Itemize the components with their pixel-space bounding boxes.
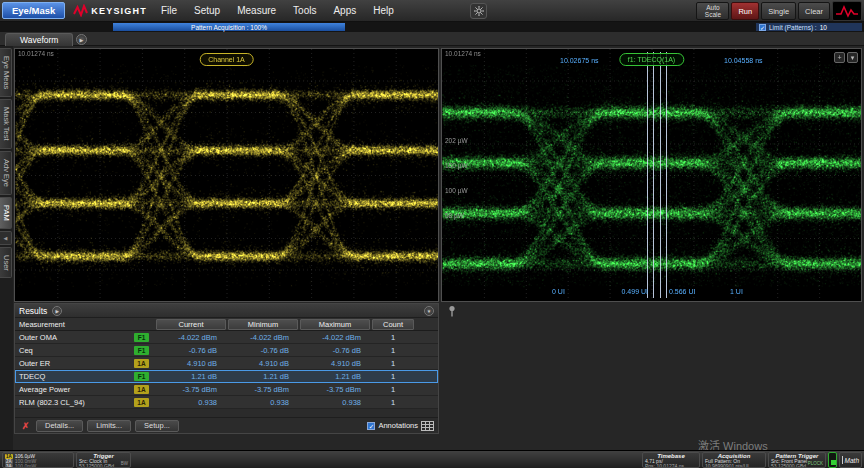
- results-play-button[interactable]: ▶: [52, 306, 62, 316]
- source-badge: 1A: [134, 385, 149, 394]
- level-label-1: 150 µW: [445, 162, 468, 169]
- menu-apps[interactable]: Apps: [333, 5, 356, 16]
- details-button[interactable]: Details...: [36, 420, 83, 432]
- limit-value[interactable]: 10: [820, 24, 827, 31]
- left-pos-readout: 10.01274 ns: [18, 50, 54, 57]
- left-sidebar: Eye Meas Mask Test Adv Eye PAM ◀ User: [0, 46, 13, 450]
- right-eye-panel: 10.01274 ns 10.02675 ns f1: TDECQ(1A) 10…: [441, 48, 862, 302]
- source-badge: F1: [134, 346, 149, 355]
- ui-label-0: 0 UI: [552, 288, 565, 295]
- timebase-status-panel[interactable]: Timebase 4.71 ps/ Pos: 10.01274 ns: [642, 452, 700, 468]
- table-row-outer-er[interactable]: Outer ER 1A 4.910 dB 4.910 dB 4.910 dB 1: [15, 357, 438, 370]
- limit-label: Limit (Patterns) :: [769, 24, 817, 31]
- level-label-3: 58 µW: [445, 212, 464, 219]
- grid-view-icon[interactable]: [421, 421, 434, 431]
- sidebar-item-user[interactable]: User: [0, 247, 12, 279]
- annotations-checkbox[interactable]: ✓: [367, 422, 375, 430]
- marker-tool-icon[interactable]: +: [834, 52, 845, 63]
- delete-measurement-button[interactable]: ✗: [19, 421, 32, 431]
- ui-label-3: 1 UI: [730, 288, 743, 295]
- mode-button[interactable]: Eye/Mask: [2, 2, 65, 19]
- trigger-armed-led: [828, 452, 837, 468]
- run-button[interactable]: Run: [731, 2, 759, 20]
- keysight-logo: KEYSIGHT: [73, 4, 147, 17]
- channel-status-panel[interactable]: 1A 106.0µW 2A 100.0mW 3A 100.0mW: [2, 452, 74, 468]
- level-label-0: 202 µW: [445, 137, 468, 144]
- limits-button[interactable]: Limits...: [87, 420, 131, 432]
- settings-gear-button[interactable]: [470, 3, 487, 19]
- pattern-trigger-status-panel[interactable]: Pattern Trigger Src: Front Panel 53.1250…: [768, 452, 826, 468]
- status-bar: 1A 106.0µW 2A 100.0mW 3A 100.0mW Trigger…: [0, 450, 864, 468]
- brand-name: KEYSIGHT: [91, 6, 147, 16]
- tdecq-function-label[interactable]: f1: TDECQ(1A): [619, 53, 684, 66]
- pin-icon[interactable]: [447, 305, 457, 317]
- source-badge: 1A: [134, 398, 149, 407]
- col-maximum: Maximum: [300, 319, 370, 330]
- channel-1a-label[interactable]: Channel 1A: [199, 53, 254, 66]
- menu-help[interactable]: Help: [373, 5, 394, 16]
- left-eye-canvas[interactable]: [15, 49, 438, 301]
- sidebar-item-pam[interactable]: PAM: [0, 197, 12, 229]
- results-header: Results ▶ ▼: [15, 304, 438, 318]
- channel-row-3[interactable]: 3A 100.0mW: [5, 464, 71, 468]
- right-pos-readout: 10.01274 ns: [445, 50, 481, 57]
- graph-tools: + ▾: [834, 52, 858, 63]
- level-label-2: 100 µW: [445, 187, 468, 194]
- pattern-acquisition-progressbar: Pattern Acquisition : 100%: [113, 23, 345, 31]
- menu-measure[interactable]: Measure: [237, 5, 276, 16]
- waveform-play-button[interactable]: ▶: [76, 34, 87, 45]
- sidebar-item-mask-test[interactable]: Mask Test: [0, 99, 12, 149]
- annotations-control[interactable]: ✓ Annotations: [367, 421, 434, 431]
- col-minimum: Minimum: [228, 319, 298, 330]
- autoscale-button[interactable]: Auto Scale: [696, 2, 729, 20]
- results-collapse-button[interactable]: ▼: [424, 306, 434, 316]
- results-toolbar: ✗ Details... Limits... Setup... ✓ Annota…: [15, 417, 438, 433]
- acquisition-row: Pattern Acquisition : 100% ✓ Limit (Patt…: [0, 22, 864, 32]
- source-badge: F1: [134, 372, 149, 381]
- chevron-down-icon[interactable]: ▾: [847, 52, 858, 63]
- results-table-header: Measurement Current Minimum Maximum Coun…: [15, 318, 438, 331]
- scope-signal-icon[interactable]: [832, 1, 862, 21]
- waveform-tab-row: Waveform ▶: [0, 32, 864, 46]
- results-panel: Results ▶ ▼ Measurement Current Minimum …: [14, 303, 439, 434]
- menu-file[interactable]: File: [161, 5, 177, 16]
- annotations-label: Annotations: [378, 421, 418, 430]
- menu-setup[interactable]: Setup: [194, 5, 220, 16]
- tab-waveform[interactable]: Waveform: [5, 33, 73, 46]
- limit-checkbox[interactable]: ✓: [759, 24, 766, 31]
- menu-bar: Eye/Mask KEYSIGHT File Setup Measure Too…: [0, 0, 864, 22]
- menu-tools[interactable]: Tools: [293, 5, 316, 16]
- col-current: Current: [156, 319, 226, 330]
- limit-patterns-panel[interactable]: ✓ Limit (Patterns) : 10: [756, 23, 862, 31]
- cursor-time-left: 10.02675 ns: [560, 57, 599, 64]
- flexdca-app: Eye/Mask KEYSIGHT File Setup Measure Too…: [0, 0, 864, 468]
- sidebar-item-eye-meas[interactable]: Eye Meas: [0, 48, 12, 97]
- col-count: Count: [372, 319, 414, 330]
- single-button[interactable]: Single: [761, 2, 796, 20]
- menu-items: File Setup Measure Tools Apps Help: [161, 5, 394, 16]
- right-eye-canvas[interactable]: [442, 49, 861, 301]
- sidebar-collapse-button[interactable]: ◀: [0, 231, 12, 245]
- source-badge: 1A: [134, 359, 149, 368]
- ui-label-1: 0.499 UI: [612, 288, 648, 295]
- table-row-average-power[interactable]: Average Power 1A -3.75 dBm -3.75 dBm -3.…: [15, 383, 438, 396]
- setup-button[interactable]: Setup...: [135, 420, 179, 432]
- left-eye-panel: 10.01274 ns Channel 1A: [14, 48, 439, 302]
- channel-badge: 3A: [5, 464, 13, 468]
- sidebar-item-adv-eye[interactable]: Adv Eye: [0, 151, 12, 195]
- cursor-time-right: 10.04558 ns: [724, 57, 763, 64]
- ui-label-2: 0.566 UI: [669, 288, 695, 295]
- math-button[interactable]: Math: [839, 452, 862, 468]
- acquisition-status-panel[interactable]: Acquisition Full Pattern: On 10.98990901…: [702, 452, 766, 468]
- source-badge: F1: [134, 333, 149, 342]
- gear-icon: [474, 6, 484, 16]
- table-row-ceq[interactable]: Ceq F1 -0.76 dB -0.76 dB -0.76 dB 1: [15, 344, 438, 357]
- trigger-status-panel[interactable]: Trigger Src: Clock In 53.125000 GBd BW: [76, 452, 131, 468]
- led-dot: [831, 460, 836, 465]
- table-row-rlm[interactable]: RLM (802.3 CL_94) 1A 0.938 0.938 0.938 1: [15, 396, 438, 409]
- table-row-outer-oma[interactable]: Outer OMA F1 -4.022 dBm -4.022 dBm -4.02…: [15, 331, 438, 344]
- table-row-tdecq[interactable]: TDECQ F1 1.21 dB 1.21 dB 1.21 dB 1: [15, 370, 438, 383]
- results-title: Results: [19, 306, 47, 316]
- clear-button[interactable]: Clear: [798, 2, 830, 20]
- run-controls: Auto Scale Run Single Clear: [696, 1, 862, 21]
